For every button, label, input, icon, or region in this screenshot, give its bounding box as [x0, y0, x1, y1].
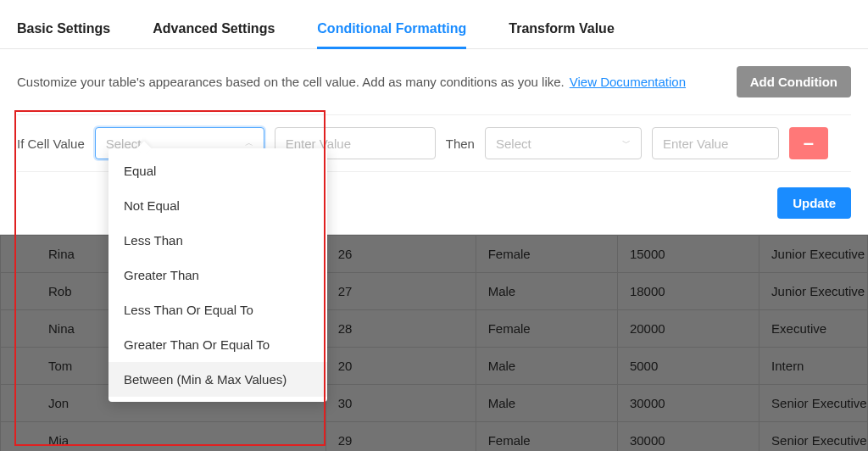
- table-cell: 30000: [617, 385, 759, 422]
- dropdown-option[interactable]: Greater Than Or Equal To: [108, 327, 327, 362]
- tab-advanced-settings[interactable]: Advanced Settings: [153, 21, 275, 48]
- table-cell: 30000: [617, 422, 759, 452]
- table-cell: 30: [326, 385, 476, 422]
- table-cell: 20000: [617, 310, 759, 348]
- table-cell: 18000: [617, 273, 759, 310]
- chevron-up-icon: ︿: [245, 137, 253, 149]
- table-cell: 15000: [617, 236, 759, 273]
- table-cell: 28: [326, 310, 476, 348]
- remove-condition-button[interactable]: –: [789, 127, 828, 159]
- table-cell: Female: [476, 236, 617, 273]
- table-cell: Male: [476, 348, 617, 385]
- table-cell: Junior Executive: [760, 236, 868, 273]
- dropdown-option[interactable]: Equal: [108, 153, 327, 188]
- table-cell: Female: [476, 310, 617, 348]
- table-cell: 29: [326, 422, 476, 452]
- update-button[interactable]: Update: [777, 187, 851, 219]
- tab-conditional-formatting[interactable]: Conditional Formatting: [317, 21, 466, 48]
- dropdown-option[interactable]: Between (Min & Max Values): [108, 362, 327, 397]
- table-cell: 26: [326, 236, 476, 273]
- add-condition-button[interactable]: Add Condition: [737, 66, 851, 97]
- table-cell: 27: [326, 273, 476, 310]
- table-cell: Senior Executive: [760, 385, 868, 422]
- dropdown-option[interactable]: Greater Than: [108, 258, 327, 292]
- table-cell: Intern: [760, 348, 868, 385]
- action-value-input[interactable]: [652, 127, 779, 159]
- table-row: Mia29Female30000Senior Executive: [1, 422, 868, 452]
- dropdown-option[interactable]: Less Than: [108, 223, 327, 258]
- table-cell: Female: [476, 422, 617, 452]
- tabs-bar: Basic Settings Advanced Settings Conditi…: [0, 0, 868, 49]
- intro-text: Customize your table's appearances based…: [17, 75, 565, 89]
- action-select[interactable]: Select ﹀: [485, 127, 642, 159]
- dropdown-option[interactable]: Not Equal: [108, 188, 327, 223]
- action-placeholder: Select: [496, 136, 531, 151]
- dropdown-option[interactable]: Less Than Or Equal To: [108, 292, 327, 327]
- table-cell: Male: [476, 385, 617, 422]
- intro-row: Customize your table's appearances based…: [0, 49, 868, 114]
- table-cell: 20: [326, 348, 476, 385]
- view-documentation-link[interactable]: View Documentation: [570, 75, 686, 89]
- operator-dropdown: EqualNot EqualLess ThanGreater ThanLess …: [108, 148, 327, 402]
- if-label: If Cell Value: [17, 136, 85, 151]
- table-cell: Executive: [760, 310, 868, 348]
- table-cell: 5000: [617, 348, 759, 385]
- tab-transform-value[interactable]: Transform Value: [509, 21, 615, 48]
- then-label: Then: [446, 136, 475, 151]
- table-cell: Male: [476, 273, 617, 310]
- chevron-down-icon: ﹀: [622, 137, 631, 149]
- tab-basic-settings[interactable]: Basic Settings: [17, 21, 110, 48]
- table-cell: Mia: [1, 422, 326, 452]
- table-cell: Senior Executive: [760, 422, 868, 452]
- table-cell: Junior Executive: [760, 273, 868, 310]
